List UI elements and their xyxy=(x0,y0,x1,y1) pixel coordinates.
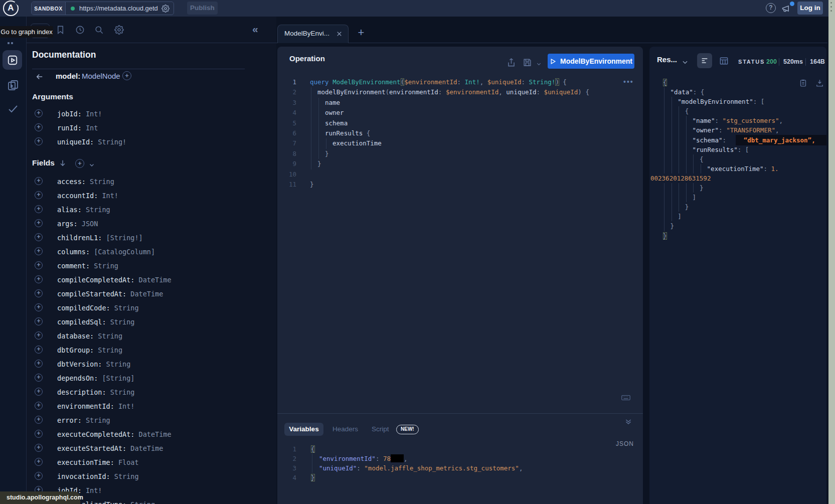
variables-editor[interactable]: {"environmentId": 78,"uniqueId": "model.… xyxy=(311,444,632,482)
add-to-query-icon[interactable]: + xyxy=(35,444,43,452)
collapse-variables-icon[interactable] xyxy=(624,418,632,426)
add-to-query-icon[interactable]: + xyxy=(35,388,43,396)
line-number: 6 xyxy=(277,128,296,138)
line-number: 9 xyxy=(277,159,296,169)
line-number: 3 xyxy=(277,463,296,473)
add-to-query-icon[interactable]: + xyxy=(35,233,43,241)
line-number: 3 xyxy=(277,98,296,108)
breadcrumb-type[interactable]: ModelNode xyxy=(82,72,120,80)
code-line: name xyxy=(310,98,631,108)
browser-status-bar: studio.apollographql.com xyxy=(0,491,80,504)
apollo-logo[interactable]: A xyxy=(3,1,19,16)
login-button[interactable]: Log in xyxy=(797,2,823,15)
add-to-query-icon[interactable]: + xyxy=(35,261,43,269)
add-to-query-icon[interactable]: + xyxy=(35,275,43,283)
add-to-query-icon[interactable]: + xyxy=(35,109,43,117)
add-to-query-icon[interactable]: + xyxy=(35,177,43,185)
share-icon[interactable] xyxy=(507,58,516,67)
response-status-group: STATUS 200 520ms 164B xyxy=(649,47,826,72)
sidebar-item-checks[interactable] xyxy=(7,103,19,115)
publish-button[interactable]: Publish xyxy=(187,2,218,15)
tab-modelbyenvironment[interactable]: ModelByEnvi... xyxy=(277,25,349,43)
endpoint-settings-gear-icon[interactable] xyxy=(161,5,170,13)
code-line: runResults { xyxy=(310,128,631,138)
response-size: 164B xyxy=(810,58,825,65)
fields-options-chevron-icon[interactable] xyxy=(89,162,95,168)
code-line: "uniqueId": "model.jaffle_shop_metrics.s… xyxy=(311,463,632,473)
add-to-query-icon[interactable]: + xyxy=(35,360,43,368)
tab-script[interactable]: Script xyxy=(372,425,389,433)
code-line: "environmentId": 78, xyxy=(311,454,632,463)
sidebar-item-schema[interactable] xyxy=(7,79,19,91)
settings-gear-icon[interactable] xyxy=(114,25,124,35)
doc-divider xyxy=(32,69,245,69)
search-icon[interactable] xyxy=(94,25,104,35)
code-line: schema xyxy=(310,118,631,128)
left-icon-rail xyxy=(0,17,27,504)
sort-fields-icon[interactable] xyxy=(59,159,67,167)
back-arrow-icon[interactable] xyxy=(35,72,44,81)
history-icon[interactable] xyxy=(75,25,85,35)
add-to-query-icon[interactable]: + xyxy=(35,458,43,466)
code-line: modelByEnvironment(environmentId: $envir… xyxy=(310,87,631,97)
add-to-query-icon[interactable]: + xyxy=(35,191,43,199)
top-bar: A SANDBOX https://metadata.cloud.getd Pu… xyxy=(0,0,835,17)
line-number: 5 xyxy=(277,118,296,128)
tab-close-icon[interactable] xyxy=(336,31,343,37)
code-line: owner xyxy=(310,108,631,118)
endpoint-url-group: SANDBOX https://metadata.cloud.getd xyxy=(31,2,174,15)
add-to-query-icon[interactable]: + xyxy=(35,205,43,213)
help-icon[interactable]: ? xyxy=(766,3,776,13)
fields-heading: Fields xyxy=(32,158,55,167)
tab-headers[interactable]: Headers xyxy=(332,425,358,433)
save-icon[interactable] xyxy=(523,58,532,67)
tooltip-go-to-graph-index: Go to graph index xyxy=(0,26,53,38)
tab-variables[interactable]: Variables xyxy=(284,423,323,436)
add-to-query-icon[interactable]: + xyxy=(35,472,43,480)
endpoint-url-input[interactable]: https://metadata.cloud.getd xyxy=(79,5,161,12)
code-line: ] xyxy=(663,193,823,202)
sidebar-item-explorer[interactable] xyxy=(3,50,22,70)
code-line: } xyxy=(663,202,823,212)
response-body[interactable]: {"data": {"modelByEnvironment": [{"name"… xyxy=(663,78,823,241)
code-line: } xyxy=(310,180,631,190)
add-field-icon[interactable]: + xyxy=(122,71,131,80)
code-line: ] xyxy=(663,212,823,221)
new-tab-button[interactable]: + xyxy=(355,26,367,39)
collapse-panel-icon[interactable]: « xyxy=(252,23,258,35)
keyboard-shortcuts-icon[interactable] xyxy=(621,395,630,401)
line-number: 4 xyxy=(277,473,296,482)
code-line: } xyxy=(310,159,631,169)
operation-editor[interactable]: query ModelByEnvironment($environmentId:… xyxy=(310,77,631,190)
response-time: 520ms xyxy=(783,58,803,65)
status-label: STATUS xyxy=(738,59,765,65)
add-to-query-icon[interactable]: + xyxy=(35,317,43,325)
add-to-query-icon[interactable]: + xyxy=(35,402,43,410)
code-line: } xyxy=(663,183,823,193)
add-to-query-icon[interactable]: + xyxy=(35,331,43,340)
arguments-heading: Arguments xyxy=(32,92,73,101)
add-to-query-icon[interactable]: + xyxy=(35,430,43,438)
add-all-fields-icon[interactable]: + xyxy=(75,159,84,168)
code-line: { xyxy=(663,78,823,87)
browser-scrollbar[interactable] xyxy=(828,0,835,504)
graph-index-icon[interactable] xyxy=(8,37,17,41)
line-number: 4 xyxy=(277,108,296,118)
add-to-query-icon[interactable]: + xyxy=(35,303,43,311)
add-to-query-icon[interactable]: + xyxy=(35,247,43,255)
sandbox-badge[interactable]: SANDBOX xyxy=(32,2,66,15)
save-options-chevron-icon[interactable] xyxy=(536,61,542,67)
code-line: "owner": "TRANSFORMER", xyxy=(663,125,823,135)
bookmark-icon[interactable] xyxy=(56,25,65,35)
add-to-query-icon[interactable]: + xyxy=(35,219,43,227)
code-line: "schema": “dbt_mary_jackson”, xyxy=(663,135,823,145)
add-to-query-icon[interactable]: + xyxy=(35,289,43,297)
add-to-query-icon[interactable]: + xyxy=(35,416,43,424)
add-to-query-icon[interactable]: + xyxy=(35,346,43,354)
add-to-query-icon[interactable]: + xyxy=(35,123,43,131)
code-line: } xyxy=(311,473,632,482)
run-operation-button[interactable]: ModelByEnvironment xyxy=(548,54,634,69)
add-to-query-icon[interactable]: + xyxy=(35,374,43,382)
variables-editor-gutter: 1234 xyxy=(277,444,296,482)
add-to-query-icon[interactable]: + xyxy=(35,137,43,145)
